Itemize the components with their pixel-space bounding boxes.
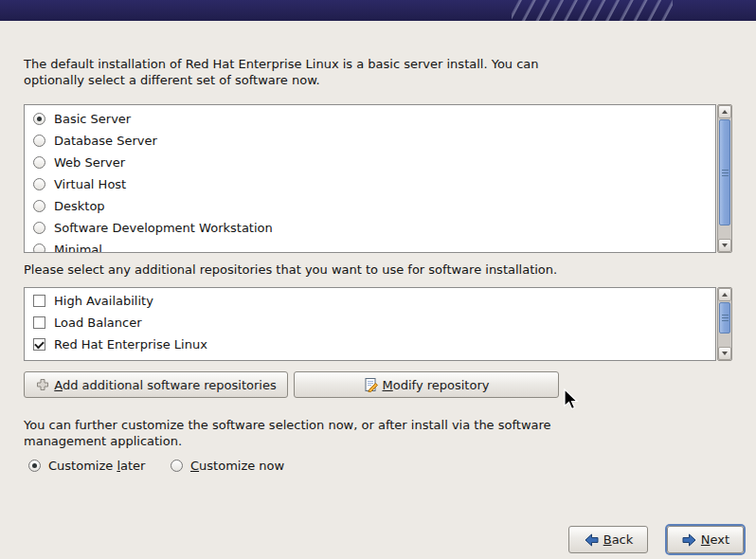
software-group-label: Database Server bbox=[54, 134, 157, 148]
radio-button[interactable] bbox=[33, 135, 45, 147]
scrollbar-down-button[interactable] bbox=[718, 347, 731, 360]
triangle-down-icon bbox=[722, 243, 728, 247]
software-group-list[interactable]: Basic Server Database Server Web Server … bbox=[24, 104, 716, 253]
software-group-label: Minimal bbox=[54, 243, 102, 253]
scrollbar[interactable] bbox=[717, 104, 732, 253]
repo-prompt-text: Please select any additional repositorie… bbox=[24, 261, 687, 278]
arrow-right-icon bbox=[681, 532, 697, 548]
checkbox[interactable] bbox=[33, 316, 45, 329]
repository-row[interactable]: Load Balancer bbox=[25, 312, 715, 334]
scrollbar-thumb[interactable] bbox=[719, 119, 730, 225]
checkbox[interactable] bbox=[33, 295, 45, 307]
repository-label: High Availability bbox=[54, 294, 153, 308]
plus-icon bbox=[35, 377, 50, 392]
radio-button[interactable] bbox=[33, 113, 45, 125]
customize-later-option[interactable]: Customize later bbox=[28, 459, 145, 473]
radio-button[interactable] bbox=[171, 460, 183, 472]
intro-text: The default installation of Red Hat Ente… bbox=[24, 56, 550, 88]
radio-button[interactable] bbox=[28, 460, 41, 472]
scrollbar-up-button[interactable] bbox=[718, 105, 731, 118]
radio-button[interactable] bbox=[33, 200, 45, 212]
software-group-label: Web Server bbox=[54, 155, 125, 170]
modify-repository-label: Modify repository bbox=[383, 378, 490, 392]
add-repositories-button[interactable]: Add additional software repositories bbox=[24, 371, 288, 398]
back-label: Back bbox=[603, 532, 634, 547]
checkbox[interactable] bbox=[33, 360, 45, 361]
software-group-row[interactable]: Software Development Workstation bbox=[25, 217, 715, 239]
add-repositories-label: Add additional software repositories bbox=[54, 378, 276, 392]
repository-list[interactable]: High Availability Load Balancer Red Hat … bbox=[24, 287, 716, 361]
modify-repository-button[interactable]: Modify repository bbox=[294, 371, 559, 398]
software-group-row[interactable]: Web Server bbox=[25, 152, 715, 173]
radio-button[interactable] bbox=[33, 243, 45, 253]
software-group-label: Software Development Workstation bbox=[54, 221, 273, 235]
software-group-label: Basic Server bbox=[54, 112, 131, 126]
repository-row[interactable]: Red Hat Enterprise Linux bbox=[25, 334, 715, 355]
software-group-label: Virtual Host bbox=[54, 177, 126, 191]
scrollbar-grip-icon bbox=[722, 315, 729, 321]
software-group-row[interactable]: Virtual Host bbox=[25, 173, 715, 195]
software-group-row[interactable]: Minimal bbox=[25, 239, 715, 253]
banner-streaks-decoration bbox=[512, 0, 673, 21]
installer-banner bbox=[0, 0, 756, 21]
next-label: Next bbox=[701, 532, 729, 547]
software-group-row[interactable]: Database Server bbox=[25, 130, 715, 152]
scrollbar-grip-icon bbox=[722, 170, 729, 176]
arrow-left-icon bbox=[584, 532, 600, 548]
triangle-up-icon bbox=[722, 293, 728, 297]
triangle-down-icon bbox=[722, 352, 728, 355]
software-group-row[interactable]: Basic Server bbox=[25, 108, 715, 130]
scrollbar-thumb[interactable] bbox=[719, 302, 730, 334]
repository-label: Red Hat Enterprise Linux bbox=[54, 337, 207, 352]
scrollbar-up-button[interactable] bbox=[718, 288, 731, 301]
customize-later-label: Customize later bbox=[48, 459, 145, 473]
next-button[interactable]: Next bbox=[667, 526, 744, 553]
software-group-row[interactable]: Desktop bbox=[25, 195, 715, 217]
scrollbar-down-button[interactable] bbox=[718, 239, 731, 252]
repository-row[interactable]: High Availability bbox=[25, 290, 715, 312]
checkbox[interactable] bbox=[33, 338, 45, 351]
customize-now-option[interactable]: Customize now bbox=[171, 459, 284, 473]
customize-now-label: Customize now bbox=[190, 459, 284, 473]
software-group-label: Desktop bbox=[54, 199, 105, 213]
back-button[interactable]: Back bbox=[568, 526, 648, 553]
repository-label: Load Balancer bbox=[54, 316, 142, 330]
triangle-up-icon bbox=[722, 110, 728, 114]
repository-label: Resilient Storage bbox=[54, 359, 158, 361]
customize-text: You can further customize the software s… bbox=[24, 417, 560, 449]
radio-button[interactable] bbox=[33, 178, 45, 190]
radio-button[interactable] bbox=[33, 222, 45, 234]
edit-icon bbox=[364, 377, 379, 392]
radio-button[interactable] bbox=[33, 156, 45, 169]
scrollbar[interactable] bbox=[717, 287, 732, 361]
mouse-cursor bbox=[564, 388, 581, 411]
repository-row[interactable]: Resilient Storage bbox=[25, 355, 715, 361]
